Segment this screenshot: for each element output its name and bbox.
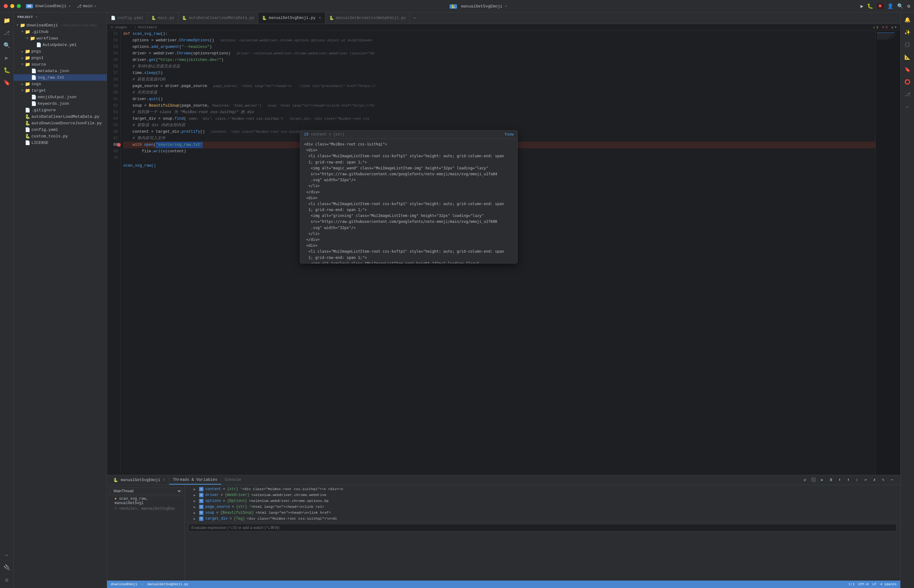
activity-bookmarks[interactable]: 🔖 [1, 77, 13, 88]
code-line-52: options = webdriver.ChromeOptions() opti… [123, 37, 875, 44]
debug-session-close[interactable]: × [163, 478, 165, 482]
tree-arrow: ▼ [20, 89, 25, 92]
tooltip-view-link[interactable]: View [505, 132, 514, 137]
activity-files[interactable]: 📁 [1, 15, 13, 26]
var-entry-driver[interactable]: ▶ w driver = {WebDriver} <selenium.webdr… [185, 492, 900, 498]
status-line-col[interactable]: 1:1 [848, 582, 854, 586]
minimize-button[interactable] [10, 4, 14, 8]
debug-evaluate[interactable]: ✗ [871, 477, 878, 483]
tree-item-target[interactable]: ▼ 📁 target [14, 87, 107, 94]
debug-icon[interactable]: 🐛 [867, 3, 873, 9]
debug-more[interactable]: ⋯ [888, 477, 895, 483]
tree-item-workflows[interactable]: ▼ 📁 workflows [14, 35, 107, 42]
breadcrumb-up-icon[interactable]: ▲ [891, 26, 893, 29]
tree-item-svgs[interactable]: ▶ 📁 svgs [14, 81, 107, 87]
right-bookmarks-icon[interactable]: 🔖 [903, 65, 912, 74]
evaluate-bar [185, 522, 900, 533]
tab-manualsvg[interactable]: 🐍 manualGetSvgEmoji.py × [258, 13, 325, 24]
tab-config[interactable]: 📄 config.yaml [107, 13, 147, 24]
settings-icon[interactable]: ⚙ [907, 3, 910, 9]
debug-run-to-cursor[interactable]: ↩ [862, 477, 869, 483]
tree-item-root[interactable]: ▼ 📁 downloadEmoji ~/Documents/GitRep [14, 22, 107, 29]
tab-autodata[interactable]: 🐍 autoDataClearLoadMetaData.py [178, 13, 258, 24]
right-more-icon[interactable]: ⋯ [903, 102, 912, 112]
tree-label: config.yaml [31, 128, 58, 132]
run-button[interactable]: ▶ [861, 3, 864, 9]
tree-item-github[interactable]: ▼ 📁 .github [14, 29, 107, 35]
status-indent[interactable]: 4 spaces [880, 582, 896, 586]
activity-search[interactable]: 🔍 [1, 40, 13, 51]
var-expand-icon4: ▶ [193, 505, 197, 509]
code-line-58: # 获取页面源代码 [123, 76, 875, 83]
right-breakpoints-icon[interactable]: ⭕ [903, 77, 912, 87]
debug-resume[interactable]: ▶ [819, 477, 826, 483]
var-entry-pagesource[interactable]: ▶ s page_source = {str} '<html lang="en"… [185, 504, 900, 510]
tree-item-gitignore[interactable]: 📄 .gitignore [14, 107, 107, 113]
debug-step-out[interactable]: ↕ [854, 477, 861, 483]
tree-item-customtools[interactable]: 🐍 custom_tools.py [14, 133, 107, 139]
right-notifications-icon[interactable]: 🔔 [903, 15, 912, 25]
branch-selector[interactable]: ⎇ main ▾ [77, 4, 96, 9]
activity-plugins[interactable]: 🔌 [1, 562, 13, 573]
tree-item-autodatafile[interactable]: 🐍 autoDataClearLoadMetaData.py [14, 113, 107, 120]
activity-run[interactable]: ▶ [1, 52, 13, 63]
tree-item-autoupdate[interactable]: 📄 AutoUpdate.yml [14, 42, 107, 48]
tree-item-autodownload[interactable]: 🐍 autoDownloadSourceJsonFile.py [14, 120, 107, 126]
tree-label: LICENSE [31, 141, 49, 145]
tree-item-license[interactable]: 📄 LICENSE [14, 139, 107, 146]
frame-item-1[interactable]: < <module>, manualGetSvgEmo [107, 506, 185, 512]
right-ai-icon[interactable]: ✨ [903, 27, 912, 37]
status-file[interactable]: manualGetSvgEmoji.py [147, 582, 188, 586]
tab-console[interactable]: Console [221, 476, 245, 485]
tab-manualsvg-close[interactable]: × [319, 16, 321, 21]
line-num-67: 67 [110, 135, 118, 142]
activity-more[interactable]: ⋯ [1, 549, 13, 561]
frame-item-0[interactable]: ● scan_svg_raw, manualGetSvgl [107, 496, 185, 506]
tab-manualanimation[interactable]: 🐍 manualGetAnimationWebpEmoji.py [326, 13, 410, 24]
breakpoint-dot[interactable] [117, 143, 121, 147]
stop-button[interactable]: ⏹ [877, 3, 883, 9]
close-button[interactable] [4, 4, 8, 8]
var-entry-soup[interactable]: ▶ b soup = {BeautifulSoup} <html lang="e… [185, 510, 900, 516]
user-icon[interactable]: 👤 [887, 3, 893, 9]
maximize-button[interactable] [17, 4, 21, 8]
right-structure-icon[interactable]: 📐 [903, 52, 912, 62]
var-type-icon2: w [199, 493, 203, 497]
debug-stop[interactable]: ⬛ [810, 477, 817, 483]
right-git-icon[interactable]: ⎇ [903, 89, 912, 99]
tree-item-pngs1[interactable]: ▶ 📁 pngs1 [14, 55, 107, 61]
tree-item-emojioutput[interactable]: 📄 emojiOutput.json [14, 94, 107, 100]
search-icon[interactable]: 🔍 [897, 3, 903, 9]
evaluate-input[interactable] [188, 524, 896, 531]
tree-item-svgraw[interactable]: 📄 svg_raw.txt [14, 74, 107, 81]
debug-step-into[interactable]: ⬆ [845, 477, 852, 483]
tree-item-keywords[interactable]: 📄 keywords.json [14, 100, 107, 107]
var-entry-content[interactable]: ▶ s content = {str} '<div class="MuiBox-… [185, 486, 900, 492]
thread-selector[interactable]: MainThread [110, 488, 182, 494]
tree-item-configfile[interactable]: 📄 config.yaml [14, 126, 107, 133]
line-num-52: 52 [110, 37, 118, 44]
tree-item-source[interactable]: ▼ 📁 source [14, 61, 107, 68]
debug-watches[interactable]: ✎ [880, 477, 886, 483]
debug-pause[interactable]: ⏸ [828, 477, 835, 483]
debug-restart[interactable]: ↺ [801, 477, 808, 483]
right-layout-icon[interactable]: {} [903, 40, 912, 50]
tree-item-metadata[interactable]: 📄 metadata.json [14, 68, 107, 74]
tab-main[interactable]: 🐍 main.py [147, 13, 178, 24]
activity-settings[interactable]: ⚙ [1, 574, 13, 585]
project-selector[interactable]: DE downloadEmoji ▾ [26, 4, 71, 9]
status-line-ending[interactable]: LF [872, 582, 876, 586]
var-entry-options[interactable]: ▶ o options = {Options} <selenium.webdri… [185, 498, 900, 504]
tab-more[interactable]: ⋯ [410, 15, 419, 21]
activity-debug-console[interactable]: 🐛 [1, 65, 13, 76]
status-project[interactable]: downloadEmoji [111, 582, 138, 586]
breadcrumb-down-icon[interactable]: ▼ [895, 26, 896, 29]
activity-vcs[interactable]: ⎇ [1, 27, 13, 39]
tree-label: svg_raw.txt [38, 75, 65, 80]
tab-threads-variables[interactable]: Threads & Variables [169, 476, 221, 485]
status-encoding[interactable]: UTF-8 [858, 582, 869, 586]
tree-item-pngs[interactable]: ▶ 📁 pngs [14, 48, 107, 55]
var-entry-targetdiv[interactable]: ▶ t target_div = {Tag} <div class="MuiBo… [185, 516, 900, 522]
var-name-content: content [205, 487, 221, 491]
debug-step-over[interactable]: ⬇ [836, 477, 843, 483]
